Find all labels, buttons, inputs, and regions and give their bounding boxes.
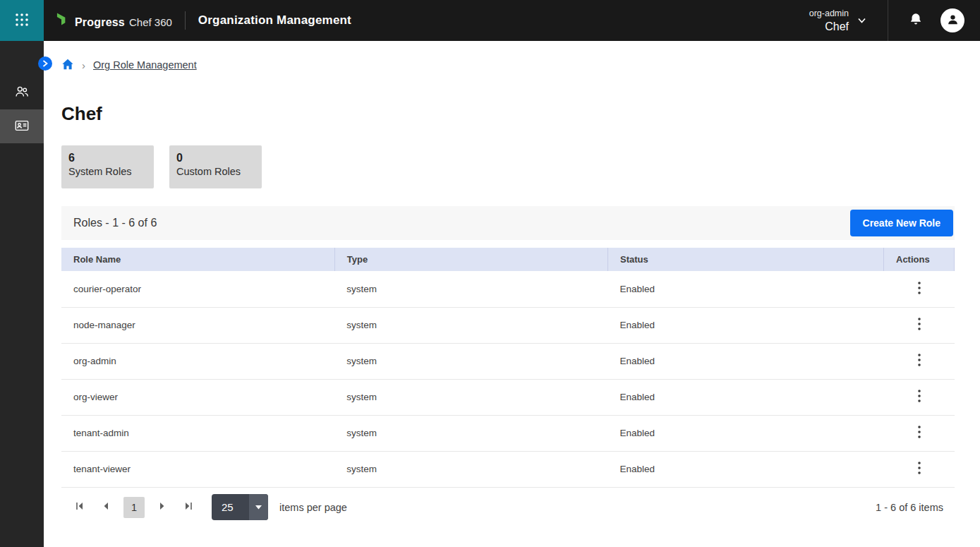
role-type-cell: system [334,415,607,451]
table-row[interactable]: org-admin system Enabled [61,343,955,379]
row-actions-menu-button[interactable] [911,421,928,445]
table-row[interactable]: org-viewer system Enabled [61,379,955,415]
last-page-icon [183,500,194,514]
role-type-cell: system [334,451,607,487]
apps-grid-icon [15,13,29,29]
row-actions-menu-button[interactable] [911,385,928,409]
column-header-role-name: Role Name [61,248,334,271]
custom-roles-count: 0 [176,152,255,164]
breadcrumb-separator: › [82,59,85,71]
role-status-cell: Enabled [607,343,883,379]
items-per-page-label: items per page [279,502,347,513]
roles-count-title: Roles - 1 - 6 of 6 [73,217,157,229]
page-size-select[interactable]: 25 [212,494,268,520]
brand-progress-text: Progress [75,16,125,29]
role-type-cell: system [334,307,607,343]
role-status-cell: Enabled [607,415,883,451]
custom-roles-stat-card: 0 Custom Roles [169,145,262,188]
topbar: Progress Chef 360 Organization Managemen… [0,0,980,41]
breadcrumb-link-org-role-management[interactable]: Org Role Management [93,59,197,71]
app-grid-button[interactable] [0,0,44,41]
kebab-menu-icon [918,322,921,332]
breadcrumb: › Org Role Management [61,56,955,73]
sidebar-expand-button[interactable] [38,56,52,71]
chevron-down-icon [857,16,866,26]
bell-icon [908,12,924,30]
role-type-cell: system [334,343,607,379]
row-actions-menu-button[interactable] [911,277,928,301]
brand-chef-text: Chef 360 [129,16,172,28]
kebab-menu-icon [918,466,921,476]
chevron-right-icon [42,59,48,69]
users-icon [14,84,30,102]
roles-panel: Roles - 1 - 6 of 6 Create New Role Role … [61,206,955,527]
stats-cards: 6 System Roles 0 Custom Roles [61,145,955,188]
dropdown-arrow-icon [249,494,268,520]
table-header-row: Role Name Type Status Actions [61,248,955,271]
role-actions-cell [884,379,955,415]
kebab-menu-icon [918,286,921,296]
kebab-menu-icon [918,394,921,404]
role-status-cell: Enabled [607,451,883,487]
home-icon [61,58,74,73]
table-row[interactable]: courier-operator system Enabled [61,271,955,307]
system-roles-count: 6 [68,152,147,164]
previous-page-icon [100,500,111,514]
row-actions-menu-button[interactable] [911,457,928,481]
topbar-divider [185,11,186,30]
table-row[interactable]: tenant-admin system Enabled [61,415,955,451]
main-content: › Org Role Management Chef 6 System Role… [44,41,980,547]
page-title: Chef [61,103,955,125]
org-switcher[interactable]: org-admin Chef [809,8,866,33]
custom-roles-label: Custom Roles [176,166,255,177]
role-status-cell: Enabled [607,379,883,415]
brand-logo: Progress Chef 360 [56,12,172,29]
page-size-value: 25 [212,494,249,520]
app-root: Progress Chef 360 Organization Managemen… [0,0,980,547]
org-role-label: org-admin [809,8,849,18]
kebab-menu-icon [918,430,921,440]
sidebar-item-users[interactable] [0,76,44,109]
home-breadcrumb-button[interactable] [61,58,74,73]
role-name-cell: courier-operator [61,271,334,307]
sidebar [0,41,44,547]
row-actions-menu-button[interactable] [911,349,928,373]
last-page-button[interactable] [180,499,197,516]
role-name-cell: org-admin [61,343,334,379]
role-actions-cell [884,271,955,307]
role-name-cell: node-manager [61,307,334,343]
column-header-actions: Actions [884,248,955,271]
table-row[interactable]: node-manager system Enabled [61,307,955,343]
pagination-bar: 1 25 items per page [61,488,955,527]
topbar-divider [888,0,888,41]
notifications-button[interactable] [908,12,924,30]
items-range-label: 1 - 6 of 6 items [876,502,943,513]
role-actions-cell [884,343,955,379]
create-new-role-button[interactable]: Create New Role [850,210,953,236]
role-name-cell: tenant-admin [61,415,334,451]
column-header-type: Type [334,248,607,271]
first-page-button[interactable] [71,499,88,516]
next-page-button[interactable] [154,499,171,516]
progress-chef-logo-icon [56,12,71,29]
role-actions-cell [884,415,955,451]
previous-page-button[interactable] [97,499,114,516]
kebab-menu-icon [918,358,921,368]
role-name-cell: org-viewer [61,379,334,415]
page-number-button[interactable]: 1 [123,497,145,518]
role-badge-icon [14,118,30,136]
role-status-cell: Enabled [607,307,883,343]
table-row[interactable]: tenant-viewer system Enabled [61,451,955,487]
role-actions-cell [884,451,955,487]
role-name-cell: tenant-viewer [61,451,334,487]
system-roles-stat-card: 6 System Roles [61,145,154,188]
role-actions-cell [884,307,955,343]
system-roles-label: System Roles [68,166,147,177]
sidebar-item-roles[interactable] [0,109,44,143]
roles-panel-toolbar: Roles - 1 - 6 of 6 Create New Role [61,206,955,240]
first-page-icon [74,500,85,514]
row-actions-menu-button[interactable] [911,313,928,337]
user-avatar-button[interactable] [940,8,964,32]
roles-table: Role Name Type Status Actions courier-op… [61,248,955,488]
column-header-status: Status [607,248,883,271]
